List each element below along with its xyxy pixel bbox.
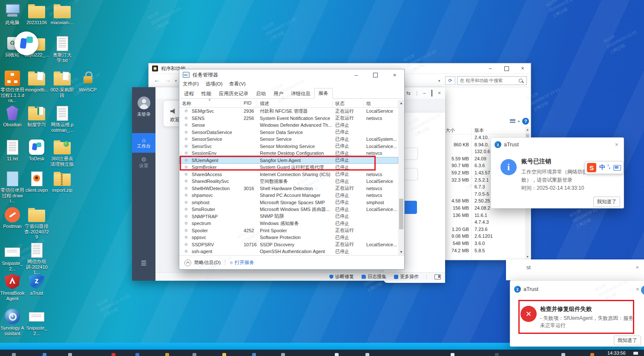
taskbar-app-icon[interactable] — [135, 353, 139, 356]
desktop-icon[interactable]: ToDesk — [24, 139, 49, 162]
service-row[interactable]: ⚙SensorDataService Sensor Data Service 已… — [179, 129, 398, 136]
list-view-icon[interactable] — [510, 119, 515, 123]
service-row[interactable]: ⚙spectrum Windows 感知服务 已停止 — [179, 220, 398, 227]
taskbar-app-icon[interactable] — [12, 353, 16, 356]
view-dropdown-icon[interactable]: ▾ — [518, 120, 520, 123]
taskbar-app-icon[interactable] — [165, 353, 169, 356]
service-row[interactable]: ⚙smphost Microsoft Storage Spaces SMP 已停… — [179, 199, 398, 206]
sidebar-item[interactable]: ⚙ 设置 — [132, 153, 155, 172]
more-actions-button[interactable]: 更多操作 — [394, 273, 419, 280]
desktop-icon[interactable]: aTrust — [24, 273, 49, 296]
tab[interactable]: 应用历史记录 — [215, 89, 252, 99]
menu-item[interactable]: 选项(O) — [202, 80, 226, 88]
service-row[interactable]: ⚙SNMPTRAP SNMP 陷阱 已停止 — [179, 213, 398, 220]
atrust-maximize-button[interactable] — [431, 90, 432, 96]
refresh-button[interactable]: ⟳ — [445, 76, 455, 85]
desktop-icon[interactable]: ThreatBook Agent — [0, 273, 25, 301]
dialog-close-button[interactable]: × — [615, 141, 618, 148]
service-row[interactable]: ⚙SmsRouter Microsoft Windows SMS 路由器... … — [179, 206, 398, 213]
programs-search-box[interactable]: 在 程序和功能 中搜索 — [457, 76, 527, 85]
desktop-icon[interactable]: 制度学习 — [24, 105, 49, 128]
back-icon[interactable]: ← — [154, 77, 160, 83]
programs-close-button[interactable]: × — [515, 63, 531, 74]
desktop-icon[interactable]: Snipaste_2... — [24, 308, 49, 336]
taskbar-app-icon[interactable] — [451, 353, 454, 356]
taskbar-app-icon[interactable] — [335, 353, 339, 356]
tab[interactable]: 启动 — [252, 89, 270, 99]
avatar[interactable] — [138, 97, 150, 109]
desktop-icon[interactable]: export.zip — [50, 170, 75, 193]
desktop-icon[interactable]: 360注册表清理独立版 — [50, 139, 75, 167]
service-row[interactable]: ⚙SensorService Sensor Service 已停止 LocalS… — [179, 136, 398, 143]
desktop-icon[interactable]: WinSCP — [75, 70, 100, 93]
service-row[interactable]: ⚙shpamsvc Shared PC Account Manager 已停止 … — [179, 192, 398, 199]
program-row[interactable]: 74.2 MB 5.8.5 — [443, 248, 524, 255]
desktop-icon[interactable]: maoxian-... — [50, 3, 75, 26]
taskbar-app-icon[interactable] — [365, 353, 369, 356]
desktop-icon[interactable]: Synology Assistant — [0, 308, 25, 336]
service-row[interactable]: ⚙SEMgrSvc 2936 付款和 NFC/SE 管理器 正在运行 Local… — [179, 108, 398, 115]
tray-icon[interactable] — [633, 352, 638, 355]
tm-close-button[interactable]: × — [385, 69, 404, 80]
program-row[interactable]: 4.7.4.3 — [443, 219, 524, 227]
desktop-icon[interactable]: 零信任使用过程1.1.1.dra... — [0, 70, 25, 103]
band-close-button[interactable]: × — [635, 264, 639, 271]
service-row[interactable]: ⚙Sense Windows Defender Advanced Th... 已… — [179, 122, 398, 129]
atrust-minimize-button[interactable]: – — [423, 90, 426, 96]
forward-icon[interactable]: → — [165, 77, 171, 83]
service-row[interactable]: ⚙Spooler 4252 Print Spooler 正在运行 — [179, 227, 398, 234]
tab[interactable]: 进程 — [180, 89, 198, 99]
scroll-up-icon[interactable]: ▲ — [398, 101, 404, 105]
diagnose-repair-button[interactable]: 诊断修复 — [329, 273, 354, 280]
taskbar-app-icon[interactable] — [252, 353, 256, 356]
tab[interactable]: 详细信息 — [287, 89, 314, 99]
open-services-link[interactable]: 打开服务 — [235, 259, 254, 266]
services-scrollbar[interactable]: ▲ ▼ — [398, 100, 404, 255]
ok-button[interactable]: 我知道了 — [614, 336, 641, 345]
desktop-icon[interactable]: client.ovpn — [24, 170, 49, 193]
desktop-icon[interactable]: 网络运维.postman_... — [50, 105, 75, 133]
taskbar-app-icon[interactable] — [68, 353, 72, 356]
menu-item[interactable]: 文件(F) — [179, 80, 202, 88]
task-manager-titlebar[interactable]: 任务管理器 – × — [179, 69, 404, 80]
desktop-icon[interactable]: mongodb... — [24, 70, 49, 93]
program-row[interactable]: 9.08 MB 2.6.1201 — [443, 234, 524, 241]
desktop-icon[interactable]: Obsidian — [0, 105, 25, 128]
brief-info-link[interactable]: 简略信息(D) — [194, 259, 221, 266]
program-row[interactable]: 1.20 GB 7.23.6 — [443, 227, 524, 234]
panel-toggle-icon[interactable] — [434, 274, 441, 279]
desktop-icon[interactable]: 002-采购阶段 — [50, 70, 75, 98]
address-dropdown-icon[interactable]: ▾ — [438, 79, 440, 83]
tm-minimize-button[interactable]: – — [347, 69, 366, 80]
service-row[interactable]: ⚙SSDPSRV 10716 SSDP Discovery 正在运行 Local… — [179, 241, 398, 248]
atrust-close-button[interactable]: × — [438, 90, 441, 96]
hamburger-menu-icon[interactable]: ☰ — [132, 259, 155, 267]
help-icon[interactable]: ? — [522, 118, 529, 125]
programs-maximize-button[interactable] — [498, 63, 515, 74]
menu-item[interactable]: 查看(V) — [226, 80, 249, 88]
desktop-icon[interactable]: 此电脑 — [0, 3, 25, 26]
todesk-floating-bubble-icon[interactable] — [14, 31, 38, 55]
services-column-headers[interactable]: 名称 PID 描述 状态 组 ∧ — [179, 100, 398, 108]
switch-account-icon[interactable]: ⇆ — [406, 90, 411, 96]
service-row[interactable]: ⚙sppsvc Software Protection 已停止 — [179, 234, 398, 241]
taskbar-app-icon[interactable] — [43, 353, 46, 356]
service-row[interactable]: ⚙SensrSvc Sensor Monitoring Service 已停止 … — [179, 143, 398, 150]
taskbar-app-icon[interactable] — [281, 353, 285, 356]
desktop-icon[interactable]: 宁盾问题排查-20240729 — [24, 206, 49, 240]
desktop-icon[interactable]: 零信任使用过程.drawi... — [0, 170, 25, 204]
desktop-icon[interactable]: Postman — [0, 206, 25, 229]
service-row[interactable]: ⚙SfUemAgent Sangfor Uem Agent 已停止 — [179, 157, 398, 164]
service-row[interactable]: ⚙SgrmBroker System Guard 运行时监视代理 已停止 — [179, 164, 398, 171]
scroll-down-icon[interactable]: ▼ — [525, 255, 530, 258]
scroll-up-icon[interactable]: ▲ — [525, 128, 530, 131]
service-row[interactable]: ⚙SharedRealitySvc 空间数据服务 已停止 LocalServic… — [179, 178, 398, 185]
ime-mode-chinese[interactable]: 中 — [599, 164, 605, 171]
taskbar-app-icon[interactable] — [222, 353, 226, 356]
tab[interactable]: 服务 — [314, 88, 333, 99]
notification-close-button[interactable]: × — [636, 286, 639, 293]
scrollbar-thumb[interactable] — [399, 199, 403, 229]
tab[interactable]: 用户 — [270, 89, 287, 99]
ime-indicator[interactable]: S 中 ’, — [585, 161, 624, 174]
taskbar-app-icon[interactable] — [112, 353, 115, 356]
